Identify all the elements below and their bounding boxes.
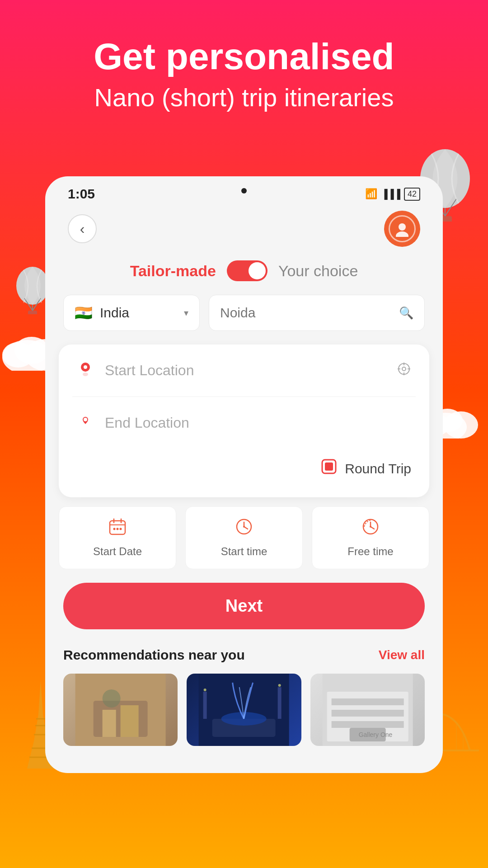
start-time-chip[interactable]: Start time [185,506,303,569]
country-text: India [100,305,177,321]
svg-rect-33 [110,521,125,534]
rec-header: Recommendations near you View all [63,647,425,663]
svg-point-59 [278,684,281,687]
city-search-box[interactable]: 🔍 [209,295,425,331]
svg-rect-51 [121,705,139,737]
rec-title: Recommendations near you [63,647,245,663]
svg-rect-57 [278,687,282,719]
svg-rect-63 [331,710,404,717]
svg-point-47 [370,526,371,528]
app-bar: ‹ [45,206,443,256]
country-selector[interactable]: 🇮🇳 India ▾ [63,295,200,331]
svg-rect-9 [28,311,37,314]
free-time-chip[interactable]: Free time [312,506,429,569]
svg-rect-64 [331,721,404,728]
start-time-label: Start time [221,545,267,558]
avatar [389,215,416,242]
clock-icon [235,518,253,540]
hero-subtitle: Nano (short) trip itineraries [27,82,461,113]
svg-point-37 [113,528,116,530]
svg-point-43 [243,526,245,528]
svg-point-13 [2,342,34,368]
start-location-field[interactable]: Start Location [72,344,416,397]
start-date-label: Start Date [93,545,142,558]
gps-icon [397,362,411,380]
tailor-made-label: Tailor-made [130,262,216,280]
toggle-row: Tailor-made Your choice [45,256,443,295]
toggle-switch[interactable] [227,260,267,281]
svg-text:Gallery One: Gallery One [358,731,392,738]
hero-section: Get personalised Nano (short) trip itine… [0,36,488,113]
status-bar: 1:05 📶 ▐▐▐ 42 [45,176,443,206]
svg-rect-62 [331,698,404,705]
svg-point-30 [84,418,87,421]
end-location-text: End Location [105,415,411,431]
svg-point-19 [396,231,408,237]
back-icon: ‹ [80,221,85,237]
toggle-knob [249,262,266,279]
svg-rect-50 [103,710,116,737]
round-trip-label: Round Trip [345,461,411,476]
end-location-icon [77,412,94,434]
back-button[interactable]: ‹ [68,214,97,243]
rec-images-row: Gallery One [63,674,425,746]
svg-point-22 [83,373,88,376]
wifi-icon: 📶 [365,188,377,200]
free-time-label: Free time [347,545,393,558]
recommendations-section: Recommendations near you View all [45,647,443,760]
battery-icon: 42 [404,188,420,201]
svg-point-52 [103,689,121,708]
svg-point-38 [117,528,119,530]
city-input[interactable] [220,305,392,321]
hero-title: Get personalised [27,36,461,77]
rec-image-cafe[interactable] [63,674,178,746]
svg-point-18 [399,223,406,231]
svg-point-23 [84,365,87,369]
end-location-field[interactable]: End Location [72,397,416,449]
search-icon: 🔍 [399,306,413,320]
free-time-icon [361,518,380,540]
your-choice-label: Your choice [278,262,358,280]
svg-point-58 [204,689,206,691]
inner-card: Start Location End Locatio [59,344,429,497]
svg-rect-56 [203,692,207,719]
start-date-chip[interactable]: Start Date [59,506,176,569]
phone-card: 1:05 📶 ▐▐▐ 42 ‹ Tailor-made Your choice [45,176,443,773]
chevron-down-icon: ▾ [184,307,188,318]
calendar-icon [108,518,127,540]
svg-rect-32 [325,462,333,471]
round-trip-icon [320,458,338,479]
next-button[interactable]: Next [63,583,425,629]
svg-marker-67 [38,680,43,714]
avatar-button[interactable] [384,211,420,247]
rec-image-fountain[interactable] [187,674,301,746]
round-trip-row[interactable]: Round Trip [72,449,416,484]
chips-row: Start Date Start time [45,497,443,583]
flag-icon: 🇮🇳 [75,304,93,321]
view-all-button[interactable]: View all [379,648,425,662]
status-icons: 📶 ▐▐▐ 42 [365,188,420,201]
selector-row: 🇮🇳 India ▾ 🔍 [45,295,443,344]
signal-icon: ▐▐▐ [381,189,400,199]
notch [241,188,247,193]
start-location-icon [77,360,94,381]
svg-point-25 [402,367,406,371]
start-location-text: Start Location [105,362,386,379]
svg-point-39 [120,528,122,530]
rec-image-mall[interactable]: Gallery One [310,674,425,746]
status-time: 1:05 [68,186,95,202]
